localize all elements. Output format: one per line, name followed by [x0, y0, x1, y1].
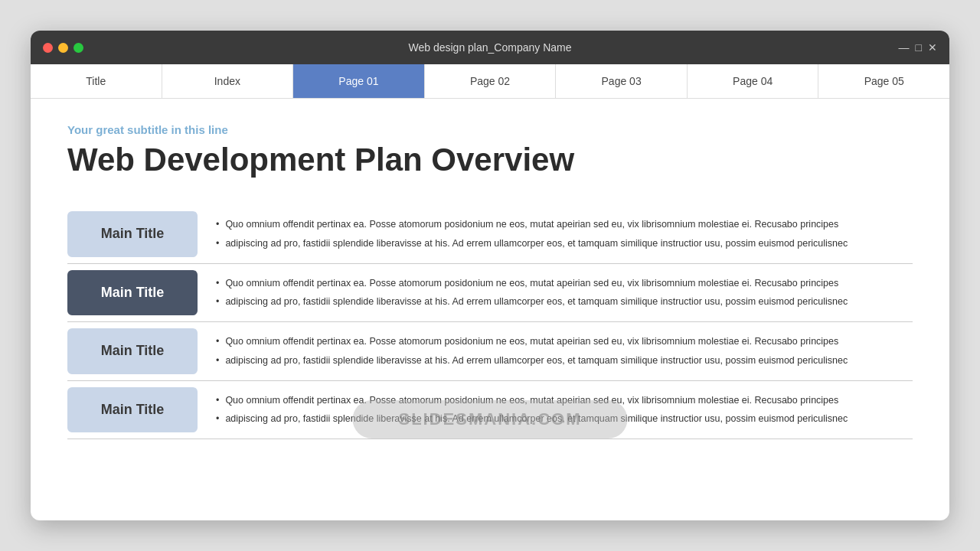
- section-label-4: Main Title: [67, 387, 198, 433]
- tab-page04[interactable]: Page 04: [688, 64, 819, 98]
- maximize-icon[interactable]: □: [916, 41, 922, 54]
- titlebar: Web design plan_Company Name — □ ✕: [31, 31, 949, 64]
- close-icon[interactable]: ✕: [928, 41, 937, 54]
- section-row: Main Title Quo omnium offendit pertinax …: [67, 264, 913, 323]
- section-bullets-3: Quo omnium offendit pertinax ea. Posse a…: [216, 328, 913, 374]
- section-bullets-4: Quo omnium offendit pertinax ea. Posse a…: [216, 387, 913, 433]
- section-label-1: Main Title: [67, 211, 198, 257]
- page-subtitle: Your great subtitle in this line: [67, 123, 913, 136]
- tab-page01[interactable]: Page 01: [293, 64, 425, 98]
- page-heading: Web Development Plan Overview: [67, 142, 913, 178]
- bullet-item: Quo omnium offendit pertinax ea. Posse a…: [216, 393, 913, 408]
- maximize-button[interactable]: [74, 43, 83, 53]
- bullet-item: Quo omnium offendit pertinax ea. Posse a…: [216, 334, 913, 349]
- section-label-3: Main Title: [67, 328, 198, 374]
- bullet-item: Quo omnium offendit pertinax ea. Posse a…: [216, 217, 913, 232]
- bullet-item: adipiscing ad pro, fastidii splendide li…: [216, 236, 913, 251]
- section-row: Main Title Quo omnium offendit pertinax …: [67, 322, 913, 381]
- tab-page03[interactable]: Page 03: [556, 64, 688, 98]
- bullet-item: Quo omnium offendit pertinax ea. Posse a…: [216, 276, 913, 291]
- section-row: Main Title Quo omnium offendit pertinax …: [67, 381, 913, 440]
- close-button[interactable]: [43, 43, 53, 53]
- bullet-item: adipiscing ad pro, fastidii splendide li…: [216, 295, 913, 309]
- section-bullets-1: Quo omnium offendit pertinax ea. Posse a…: [216, 211, 913, 257]
- tab-title[interactable]: Title: [31, 64, 162, 98]
- section-label-2: Main Title: [67, 270, 198, 316]
- app-window: Web design plan_Company Name — □ ✕ Title…: [31, 31, 949, 520]
- tab-index[interactable]: Index: [162, 64, 294, 98]
- tab-page02[interactable]: Page 02: [425, 64, 557, 98]
- minimize-icon[interactable]: —: [899, 41, 910, 54]
- traffic-lights: [43, 43, 83, 53]
- tab-page05[interactable]: Page 05: [818, 64, 949, 98]
- section-list: Main Title Quo omnium offendit pertinax …: [67, 205, 913, 439]
- minimize-button[interactable]: [58, 43, 68, 53]
- window-title: Web design plan_Company Name: [409, 41, 572, 54]
- bullet-item: adipiscing ad pro, fastidii splendide li…: [216, 412, 913, 426]
- page-content: Your great subtitle in this line Web Dev…: [31, 99, 949, 464]
- bullet-item: adipiscing ad pro, fastidii splendide li…: [216, 354, 913, 368]
- section-row: Main Title Quo omnium offendit pertinax …: [67, 205, 913, 264]
- section-bullets-2: Quo omnium offendit pertinax ea. Posse a…: [216, 270, 913, 316]
- tab-bar: Title Index Page 01 Page 02 Page 03 Page…: [31, 64, 949, 99]
- window-controls: — □ ✕: [899, 41, 937, 54]
